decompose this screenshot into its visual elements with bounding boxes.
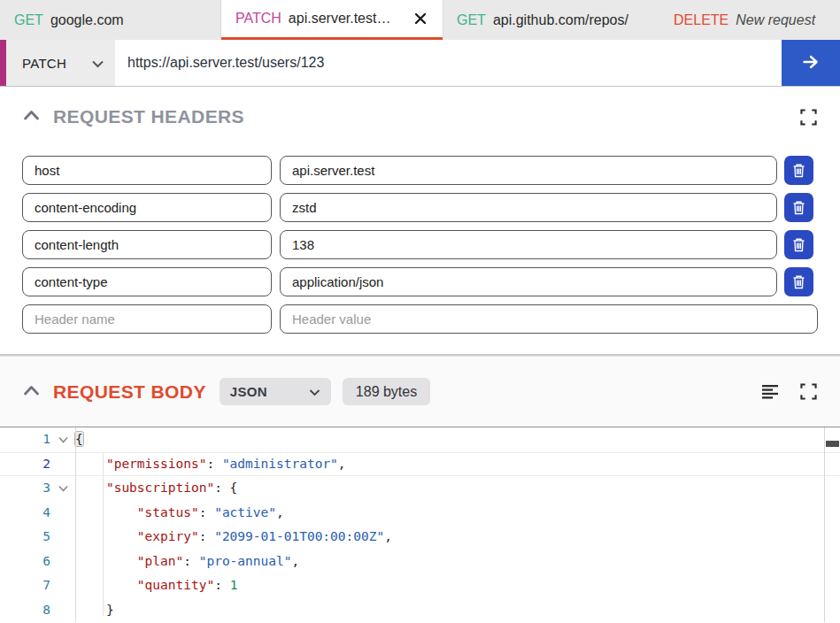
code-token: , <box>338 457 346 471</box>
line-gutter: 6 <box>0 550 75 574</box>
line-number: 5 <box>0 525 50 550</box>
header-value-input-4[interactable] <box>280 267 777 296</box>
request-body-section: REQUEST BODY JSON 189 bytes 1{2 "permiss… <box>0 357 840 622</box>
tab-title: New request <box>736 12 815 28</box>
code-editor[interactable]: 1{2 "permissions": "administrator",3 "su… <box>0 427 840 622</box>
tab-title: api.server.test… <box>289 11 391 27</box>
code-token: "quantity" <box>137 578 214 592</box>
code-token: "pro-annual" <box>199 554 292 568</box>
code-line[interactable]: 4 "status": "active", <box>0 501 840 526</box>
line-number: 1 <box>0 427 50 452</box>
code-line[interactable]: 8 } <box>0 598 840 623</box>
code-token <box>75 505 137 519</box>
code-token: "administrator" <box>222 457 338 471</box>
code-line[interactable]: 6 "plan": "pro-annual", <box>0 550 840 574</box>
code-token: "subscription" <box>106 481 214 495</box>
arrow-right-icon <box>801 52 821 74</box>
collapse-body-chevron-icon[interactable] <box>23 384 40 400</box>
tab-google[interactable]: GET google.com <box>0 0 221 40</box>
scrollbar-thumb[interactable] <box>826 441 839 447</box>
code-token: , <box>276 505 284 519</box>
code-lines: 1{2 "permissions": "administrator",3 "su… <box>0 427 840 622</box>
tab-api-server-active[interactable]: PATCH api.server.test… <box>221 0 443 40</box>
fold-spacer <box>50 573 75 598</box>
tab-title: api.github.com/repos/ <box>493 12 628 28</box>
header-name-input-1[interactable] <box>22 156 272 185</box>
line-number: 3 <box>0 476 50 501</box>
new-header-value-input[interactable] <box>280 304 818 334</box>
header-row <box>22 156 813 185</box>
send-button[interactable] <box>782 40 840 86</box>
code-text: "status": "active", <box>75 501 284 526</box>
header-name-input-4[interactable] <box>22 267 272 296</box>
code-token: 1 <box>230 578 238 592</box>
code-token: { <box>75 432 83 446</box>
code-line[interactable]: 5 "expiry": "2099-01-01T00:00:00Z", <box>0 525 840 550</box>
expand-body-icon[interactable] <box>800 383 817 400</box>
expand-headers-icon[interactable] <box>800 109 817 126</box>
tab-github[interactable]: GET api.github.com/repos/ <box>443 0 659 40</box>
line-gutter: 1 <box>0 427 75 452</box>
url-input[interactable] <box>115 40 782 86</box>
header-name-input-3[interactable] <box>22 230 272 259</box>
code-token: "active" <box>214 505 276 519</box>
code-token: : <box>199 529 214 543</box>
close-tab-icon[interactable] <box>414 12 427 25</box>
code-token: "expiry" <box>137 529 199 543</box>
fold-spacer <box>50 550 75 574</box>
header-value-input-3[interactable] <box>280 230 777 259</box>
code-token <box>75 578 137 592</box>
line-gutter: 7 <box>0 573 75 598</box>
line-gutter: 5 <box>0 525 75 550</box>
tab-method-label: DELETE <box>674 12 728 28</box>
header-value-input-1[interactable] <box>280 156 777 185</box>
method-select-value: PATCH <box>22 56 66 71</box>
body-format-select[interactable]: JSON <box>220 378 331 405</box>
new-header-row <box>22 304 817 334</box>
delete-header-button-4[interactable] <box>784 267 813 296</box>
code-text: "quantity": 1 <box>75 573 237 598</box>
line-number: 7 <box>0 573 50 598</box>
delete-header-button-2[interactable] <box>784 193 813 222</box>
new-header-name-input[interactable] <box>22 304 272 334</box>
delete-header-button-1[interactable] <box>784 156 813 185</box>
line-number: 6 <box>0 550 50 574</box>
code-token <box>75 554 137 568</box>
line-number: 4 <box>0 501 50 526</box>
code-line[interactable]: 7 "quantity": 1 <box>0 573 840 598</box>
fold-spacer <box>50 598 75 623</box>
indent-guide <box>103 452 104 616</box>
tab-new-request[interactable]: DELETE New request <box>659 0 840 40</box>
fold-chevron-icon[interactable] <box>50 476 75 501</box>
tab-title: google.com <box>50 12 124 28</box>
line-gutter: 3 <box>0 476 75 501</box>
method-select[interactable]: PATCH <box>6 40 115 86</box>
header-value-input-2[interactable] <box>280 193 777 222</box>
fold-spacer <box>50 501 75 526</box>
code-line[interactable]: 1{ <box>0 427 840 452</box>
body-size-badge: 189 bytes <box>343 378 430 405</box>
code-text: "permissions": "administrator", <box>75 453 346 476</box>
line-gutter: 2 <box>0 453 75 476</box>
header-rows <box>0 147 840 354</box>
delete-header-button-3[interactable] <box>784 230 813 259</box>
collapse-headers-chevron-icon[interactable] <box>23 109 40 125</box>
tab-method-label: GET <box>14 12 43 28</box>
code-token: : <box>214 578 229 592</box>
code-text: "expiry": "2099-01-01T00:00:00Z", <box>75 525 392 550</box>
header-name-input-2[interactable] <box>22 193 272 222</box>
fold-chevron-icon[interactable] <box>50 427 75 452</box>
code-token: : <box>214 481 229 495</box>
gutter-separator <box>75 427 76 622</box>
code-token <box>75 603 106 617</box>
request-headers-section: REQUEST HEADERS <box>0 87 840 354</box>
line-number: 8 <box>0 598 50 623</box>
headers-section-title: REQUEST HEADERS <box>53 106 244 127</box>
code-token <box>75 481 106 495</box>
code-line[interactable]: 2 "permissions": "administrator", <box>0 452 840 477</box>
tab-method-label: GET <box>457 12 486 28</box>
code-token: , <box>384 529 392 543</box>
code-token: : <box>183 554 198 568</box>
format-body-icon[interactable] <box>761 384 779 399</box>
code-line[interactable]: 3 "subscription": { <box>0 476 840 501</box>
